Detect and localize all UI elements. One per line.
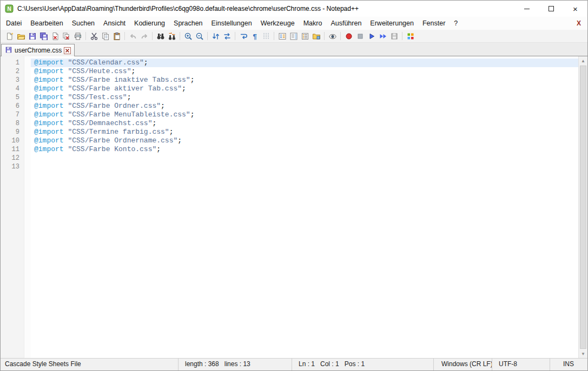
scroll-up-icon[interactable]: ▲ (579, 56, 587, 65)
line-number: 10 (1, 136, 24, 145)
line-number: 12 (1, 154, 24, 162)
cut-button[interactable] (88, 30, 100, 42)
menu-sprachen[interactable]: Sprachen (169, 17, 207, 30)
open-file-button[interactable] (15, 30, 27, 42)
notepadpp-app-icon: N (5, 4, 14, 13)
menu-ansicht[interactable]: Ansicht (99, 17, 130, 30)
close-button[interactable] (49, 30, 61, 42)
code-line[interactable]: @import "CSS/Calendar.css"; (31, 58, 578, 67)
menu-datei[interactable]: Datei (2, 17, 26, 30)
menu-kodierung[interactable]: Kodierung (130, 17, 169, 30)
show-all-characters-button[interactable]: ¶ (249, 30, 260, 42)
menu-werkzeuge[interactable]: Werkzeuge (256, 17, 299, 30)
status-length-lines: length : 368 lines : 13 (178, 359, 292, 370)
code-line[interactable]: @import "CSS/Farbe Konto.css"; (31, 145, 578, 154)
line-number: 4 (1, 84, 24, 93)
code-line[interactable]: @import "CSS/Demnaechst.css"; (31, 119, 578, 128)
line-number: 3 (1, 76, 24, 84)
svg-text:N: N (7, 6, 11, 12)
document-list-button[interactable] (299, 30, 310, 42)
document-map-button[interactable] (288, 30, 299, 42)
redo-button[interactable] (138, 30, 150, 42)
line-number: 6 (1, 102, 24, 110)
undo-button[interactable] (127, 30, 138, 42)
function-list-button[interactable] (276, 30, 288, 42)
toolbar-separator (340, 32, 341, 40)
menu-suchen[interactable]: Suchen (68, 17, 99, 30)
menu-help[interactable]: ? (450, 17, 462, 30)
title-bar: N C:\Users\User\AppData\Roaming\Thunderb… (1, 1, 587, 17)
close-button[interactable]: × (563, 1, 587, 17)
scroll-down-icon[interactable]: ▼ (579, 349, 587, 358)
code-line[interactable]: @import "CSS/Farbe aktiver Tab.css"; (31, 84, 578, 93)
code-area[interactable]: @import "CSS/Calendar.css";@import "CSS/… (31, 56, 578, 358)
line-number-gutter: 12345678910111213 (1, 56, 24, 358)
line-number: 2 (1, 67, 24, 76)
tab-close-icon[interactable] (64, 47, 71, 54)
code-line[interactable]: @import "CSS/Farbe MenuTableiste.css"; (31, 110, 578, 119)
tab-userchrome-css[interactable]: userChrome.css (1, 44, 75, 56)
copy-button[interactable] (100, 30, 111, 42)
line-number: 9 (1, 128, 24, 136)
status-cursor-position: Ln : 1 Col : 1 Pos : 1 (292, 359, 433, 370)
code-line[interactable]: @import "CSS/Termine farbig.css"; (31, 128, 578, 136)
menu-items: DateiBearbeitenSuchenAnsichtKodierungSpr… (2, 17, 462, 30)
code-line[interactable]: @import "CSS/Farbe Ordner.css"; (31, 102, 578, 110)
sync-horizontal-button[interactable] (221, 30, 233, 42)
status-bar: Cascade Style Sheets File length : 368 l… (1, 358, 587, 370)
zoom-out-button[interactable] (194, 30, 205, 42)
menu-ausfhren[interactable]: Ausführen (326, 17, 366, 30)
saved-state-icon (5, 46, 12, 55)
paste-button[interactable] (111, 30, 122, 42)
window-title: C:\Users\User\AppData\Roaming\Thunderbir… (17, 5, 514, 12)
stop-recording-button[interactable] (354, 30, 366, 42)
indent-guide-button[interactable] (260, 30, 272, 42)
save-macro-button[interactable] (388, 30, 400, 42)
menu-erweiterungen[interactable]: Erweiterungen (366, 17, 418, 30)
replace-button[interactable] (166, 30, 177, 42)
code-line[interactable]: @import "CSS/Farbe inaktive Tabs.css"; (31, 76, 578, 84)
line-number: 1 (1, 58, 24, 67)
save-button[interactable] (27, 30, 38, 42)
code-line[interactable] (31, 162, 578, 171)
menu-fenster[interactable]: Fenster (418, 17, 450, 30)
folder-as-workspace-button[interactable] (310, 30, 322, 42)
status-eol-format: Windows (CR LF) (433, 359, 492, 370)
sync-vertical-button[interactable] (210, 30, 221, 42)
save-all-button[interactable] (38, 30, 49, 42)
code-line[interactable]: @import "CSS/Farbe Ordnername.css"; (31, 136, 578, 145)
code-line[interactable] (31, 154, 578, 162)
line-number: 7 (1, 110, 24, 119)
word-wrap-button[interactable] (237, 30, 249, 42)
toolbar-separator (152, 32, 153, 40)
maximize-button[interactable] (539, 1, 563, 17)
playback-macro-button[interactable] (366, 30, 377, 42)
scrollbar-thumb[interactable] (580, 66, 586, 349)
status-insert-mode: INS (550, 359, 587, 370)
menu-bearbeiten[interactable]: Bearbeiten (26, 17, 67, 30)
find-button[interactable] (155, 30, 166, 42)
run-macro-multiple-button[interactable] (377, 30, 388, 42)
toolbar-separator (180, 32, 180, 40)
notepadpp-window: N C:\Users\User\AppData\Roaming\Thunderb… (0, 0, 588, 371)
zoom-in-button[interactable] (182, 30, 194, 42)
bookmark-margin[interactable] (24, 56, 31, 358)
tab-bar: userChrome.css (1, 43, 587, 56)
menu-close-document-button[interactable]: X (577, 19, 581, 27)
menu-einstellungen[interactable]: Einstellungen (207, 17, 256, 30)
close-all-button[interactable] (61, 30, 72, 42)
plugin-button[interactable] (405, 30, 416, 42)
maximize-icon (549, 6, 554, 11)
record-macro-button[interactable] (343, 30, 354, 42)
toolbar-separator (274, 32, 274, 40)
new-file-button[interactable] (4, 30, 15, 42)
minimize-button[interactable] (514, 1, 539, 17)
vertical-scrollbar[interactable]: ▲ ▼ (578, 56, 587, 358)
code-line[interactable]: @import "CSS/Test.css"; (31, 93, 578, 102)
toolbar-separator (85, 32, 86, 40)
status-doc-type: Cascade Style Sheets File (1, 359, 178, 370)
print-button[interactable] (72, 30, 83, 42)
menu-makro[interactable]: Makro (299, 17, 327, 30)
code-line[interactable]: @import "CSS/Heute.css"; (31, 67, 578, 76)
file-monitoring-button[interactable] (327, 30, 338, 42)
